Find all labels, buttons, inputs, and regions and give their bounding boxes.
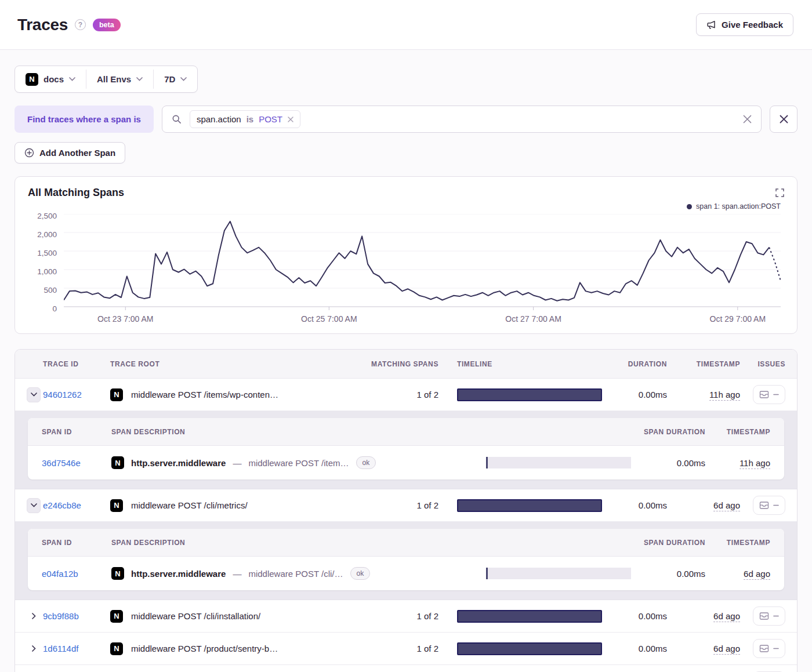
token-key: span.action bbox=[197, 114, 241, 124]
token-value: POST bbox=[259, 114, 282, 124]
chart-legend[interactable]: span 1: span.action:POST bbox=[28, 200, 781, 213]
header-span-timestamp: Timestamp bbox=[705, 539, 770, 547]
search-icon bbox=[172, 114, 182, 124]
issues-button[interactable] bbox=[753, 496, 785, 515]
legend-label: span 1: span.action:POST bbox=[696, 202, 781, 210]
collapse-row-button[interactable] bbox=[27, 498, 41, 513]
chart-title: All Matching Spans bbox=[28, 187, 781, 199]
chevron-down-icon bbox=[31, 503, 37, 507]
issues-button[interactable] bbox=[753, 606, 785, 626]
trace-duration: 0.00ms bbox=[602, 644, 667, 653]
remove-span-condition-button[interactable] bbox=[770, 106, 798, 133]
trace-duration: 0.00ms bbox=[602, 390, 667, 399]
table-row: 1d6114df N middleware POST /product/sent… bbox=[15, 633, 797, 665]
add-another-span-label: Add Another Span bbox=[39, 148, 115, 158]
header-timeline: Timeline bbox=[456, 360, 602, 368]
span-id-link[interactable]: 36d7546e bbox=[42, 458, 111, 468]
header-span-duration: Span Duration bbox=[631, 539, 705, 547]
span-search-input[interactable]: span.action is POST bbox=[162, 106, 762, 133]
span-status-badge: ok bbox=[356, 456, 376, 469]
project-filter[interactable]: N docs bbox=[15, 66, 86, 92]
span-op: http.server.middleware bbox=[131, 458, 226, 468]
separator: — bbox=[233, 458, 241, 468]
trace-timestamp: 6d ago bbox=[713, 644, 740, 655]
issues-button[interactable] bbox=[753, 385, 785, 404]
collapse-row-button[interactable] bbox=[27, 387, 41, 402]
header-timestamp: Timestamp bbox=[667, 360, 740, 368]
table-row: e246cb8e N middleware POST /cli/metrics/… bbox=[15, 489, 797, 522]
trace-id-link[interactable]: 1d6114df bbox=[43, 644, 110, 653]
help-icon[interactable]: ? bbox=[75, 19, 86, 30]
span-status-badge: ok bbox=[350, 567, 371, 580]
spans-table-header: Span ID Span Description Span Duration T… bbox=[28, 418, 784, 446]
add-another-span-button[interactable]: Add Another Span bbox=[14, 142, 125, 164]
trace-timeline-bar bbox=[457, 388, 602, 401]
y-tick-label: 2,000 bbox=[37, 230, 57, 239]
trace-id-link[interactable]: 9cb9f88b bbox=[43, 611, 110, 621]
trace-root-label: middleware POST /items/wp-conten… bbox=[131, 390, 278, 399]
y-axis: 2,500 2,000 1,500 1,000 500 0 bbox=[28, 214, 64, 307]
matching-spans-count: 1 of 2 bbox=[370, 644, 456, 653]
nextjs-icon: N bbox=[110, 499, 123, 512]
no-issues-dash-icon bbox=[773, 648, 779, 649]
traces-table: Trace ID Trace Root Matching Spans Timel… bbox=[14, 349, 798, 672]
separator: — bbox=[233, 569, 241, 579]
nextjs-icon: N bbox=[26, 73, 38, 86]
header-trace-root: Trace Root bbox=[110, 360, 370, 368]
header-issues: Issues bbox=[740, 360, 785, 368]
search-clear-icon[interactable] bbox=[743, 115, 752, 123]
trace-id-link[interactable]: e246cb8e bbox=[43, 500, 110, 510]
top-bar: Traces ? beta Give Feedback bbox=[0, 0, 812, 50]
expanded-spans-section: Span ID Span Description Span Duration T… bbox=[15, 411, 797, 489]
x-tick-label: Oct 25 7:00 AM bbox=[301, 314, 357, 324]
trace-duration: 0.00ms bbox=[602, 611, 667, 621]
y-tick-label: 0 bbox=[52, 304, 57, 313]
environment-filter[interactable]: All Envs bbox=[86, 66, 153, 92]
page-filter-bar: N docs All Envs 7D bbox=[14, 66, 198, 93]
trace-timeline-bar bbox=[457, 642, 602, 655]
chevron-down-icon bbox=[180, 77, 187, 81]
trace-root-label: middleware POST /cli/metrics/ bbox=[131, 500, 248, 510]
date-range-filter[interactable]: 7D bbox=[154, 66, 197, 92]
expand-row-button[interactable] bbox=[27, 641, 41, 656]
project-filter-label: docs bbox=[44, 74, 64, 84]
issues-button[interactable] bbox=[753, 639, 785, 658]
matching-spans-count: 1 of 2 bbox=[370, 611, 456, 621]
y-tick-label: 1,000 bbox=[37, 267, 57, 276]
trace-timestamp: 6d ago bbox=[713, 611, 740, 622]
y-tick-label: 2,500 bbox=[37, 212, 57, 220]
header-span-description: Span Description bbox=[111, 428, 485, 436]
nextjs-icon: N bbox=[110, 642, 123, 655]
give-feedback-button[interactable]: Give Feedback bbox=[696, 13, 793, 36]
token-remove-icon[interactable] bbox=[288, 117, 293, 122]
header-span-timestamp: Timestamp bbox=[705, 428, 770, 436]
header-span-description: Span Description bbox=[111, 539, 485, 547]
header-span-id: Span ID bbox=[42, 539, 111, 547]
expand-row-button[interactable] bbox=[27, 609, 41, 624]
issues-archive-icon bbox=[759, 390, 769, 399]
matching-spans-count: 1 of 2 bbox=[370, 390, 456, 399]
chevron-right-icon bbox=[32, 645, 36, 652]
megaphone-icon bbox=[706, 20, 716, 30]
traces-table-header: Trace ID Trace Root Matching Spans Timel… bbox=[15, 350, 797, 379]
plus-circle-icon bbox=[24, 148, 34, 158]
spans-line-chart bbox=[64, 214, 781, 310]
token-operator: is bbox=[246, 114, 254, 124]
trace-id-link[interactable]: 94601262 bbox=[43, 390, 110, 399]
trace-root-label: middleware POST /product/sentry-b… bbox=[131, 644, 278, 653]
matching-spans-count: 1 of 2 bbox=[370, 500, 456, 510]
filter-token-span-action[interactable]: span.action is POST bbox=[190, 110, 300, 128]
issues-archive-icon bbox=[759, 644, 769, 653]
span-op: http.server.middleware bbox=[131, 569, 226, 579]
table-row: 94601262 N middleware POST /items/wp-con… bbox=[15, 379, 797, 411]
table-row: 5b72a6bf N middleware POST /security-leg… bbox=[15, 665, 797, 672]
chevron-right-icon bbox=[32, 613, 36, 619]
nextjs-icon: N bbox=[111, 456, 124, 469]
give-feedback-label: Give Feedback bbox=[722, 20, 783, 30]
trace-root-label: middleware POST /cli/installation/ bbox=[131, 611, 260, 621]
expand-chart-icon[interactable] bbox=[775, 188, 784, 197]
span-row: e04fa12b N http.server.middleware — midd… bbox=[28, 557, 784, 590]
span-id-link[interactable]: e04fa12b bbox=[42, 569, 111, 579]
close-icon bbox=[780, 115, 788, 123]
chevron-down-icon bbox=[69, 77, 75, 81]
